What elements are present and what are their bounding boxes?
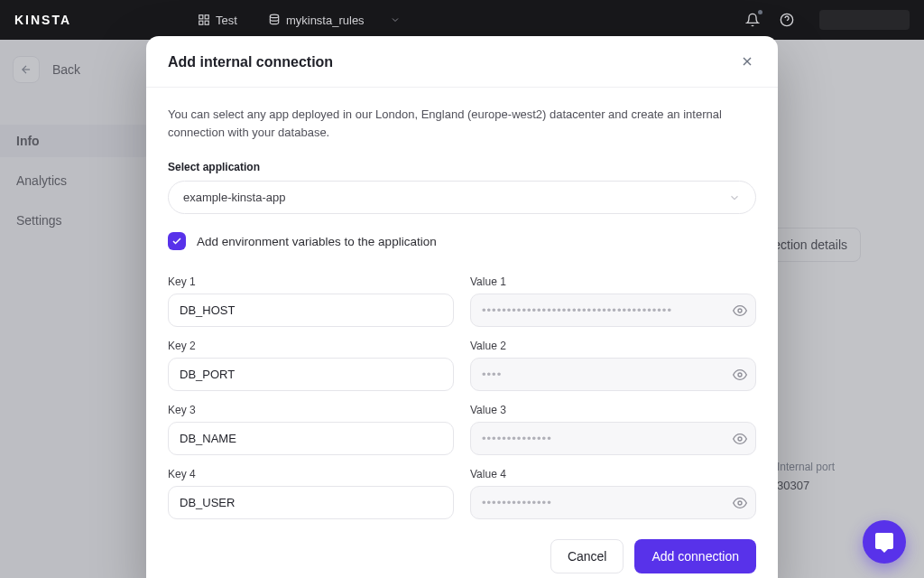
- crumb-db[interactable]: mykinsta_rules: [286, 14, 365, 27]
- env-vars-grid: Key 1 Value 1 Key 2 Value 2 Key 3 Value …: [168, 268, 756, 519]
- bell-icon[interactable]: [745, 13, 760, 27]
- key-input-1[interactable]: [168, 294, 454, 327]
- value-input-2[interactable]: [470, 358, 756, 391]
- key-label: Key 1: [168, 275, 454, 288]
- intercom-launcher[interactable]: [863, 520, 906, 564]
- crumb-company[interactable]: Test: [216, 14, 237, 27]
- modal-title: Add internal connection: [168, 54, 333, 70]
- grid-icon: [198, 14, 210, 26]
- chevron-down-icon[interactable]: [390, 14, 401, 25]
- key-input-2[interactable]: [168, 358, 454, 391]
- value-label: Value 2: [470, 340, 756, 352]
- svg-rect-0: [199, 15, 203, 19]
- svg-point-10: [738, 309, 742, 312]
- logo: KINSTA: [14, 13, 71, 27]
- add-connection-button[interactable]: Add connection: [634, 539, 756, 573]
- modal-description: You can select any app deployed in our L…: [168, 106, 756, 141]
- svg-rect-1: [205, 15, 208, 19]
- db-icon: [268, 14, 281, 26]
- account-menu[interactable]: [819, 10, 910, 30]
- help-icon[interactable]: [780, 13, 794, 27]
- topbar: KINSTA Test mykinsta_rules: [0, 0, 924, 40]
- value-label: Value 1: [470, 275, 756, 288]
- key-label: Key 4: [168, 468, 454, 480]
- key-input-3[interactable]: [168, 422, 454, 455]
- svg-point-13: [738, 501, 742, 505]
- select-application-dropdown[interactable]: example-kinsta-app: [168, 181, 756, 214]
- value-input-4[interactable]: [470, 486, 756, 519]
- breadcrumb: Test mykinsta_rules: [198, 14, 401, 27]
- key-label: Key 3: [168, 404, 454, 416]
- svg-point-11: [738, 373, 742, 377]
- svg-point-12: [738, 437, 742, 441]
- close-icon[interactable]: [740, 54, 756, 70]
- add-env-vars-checkbox[interactable]: [168, 232, 186, 250]
- value-label: Value 4: [470, 468, 756, 480]
- svg-rect-3: [205, 21, 208, 24]
- add-internal-connection-modal: Add internal connection You can select a…: [146, 36, 778, 578]
- eye-icon[interactable]: [733, 368, 747, 382]
- eye-icon[interactable]: [733, 432, 747, 446]
- value-input-3[interactable]: [470, 422, 756, 455]
- eye-icon[interactable]: [733, 496, 747, 510]
- value-label: Value 3: [470, 404, 756, 416]
- svg-rect-2: [199, 21, 203, 24]
- cancel-button[interactable]: Cancel: [550, 539, 624, 573]
- key-label: Key 2: [168, 340, 454, 352]
- key-input-4[interactable]: [168, 486, 454, 519]
- add-env-vars-label: Add environment variables to the applica…: [197, 235, 437, 248]
- select-application-label: Select application: [168, 161, 756, 173]
- svg-point-4: [270, 14, 278, 18]
- value-input-1[interactable]: [470, 294, 756, 327]
- eye-icon[interactable]: [733, 303, 747, 318]
- chevron-down-icon: [728, 191, 741, 204]
- select-application-value: example-kinsta-app: [183, 191, 285, 204]
